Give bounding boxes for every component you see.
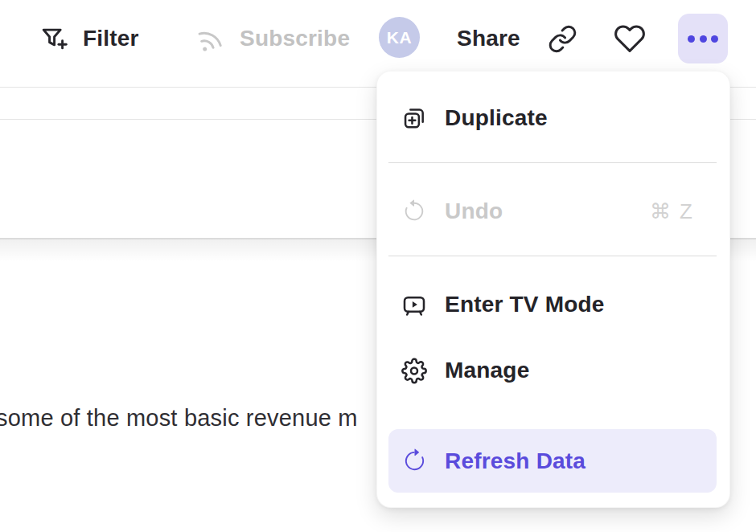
copy-link-button[interactable] xyxy=(548,0,577,77)
refresh-icon xyxy=(401,448,427,474)
tv-play-icon xyxy=(401,292,427,317)
ellipsis-icon xyxy=(688,35,695,43)
filter-label: Filter xyxy=(83,26,139,51)
menu-item-undo[interactable]: Undo ⌘ Z xyxy=(377,189,729,234)
duplicate-plus-icon xyxy=(401,105,427,131)
dashboard-text-fragment: some of the most basic revenue m xyxy=(0,405,358,432)
menu-item-enter-tv-mode[interactable]: Enter TV Mode xyxy=(377,282,729,327)
undo-shortcut: ⌘ Z xyxy=(650,199,694,224)
share-label: Share xyxy=(457,26,520,51)
subscribe-button[interactable]: Subscribe xyxy=(195,0,350,77)
menu-item-label: Manage xyxy=(445,358,529,383)
rss-icon xyxy=(192,21,227,55)
subscribe-label: Subscribe xyxy=(240,26,350,51)
filter-button[interactable]: Filter xyxy=(39,0,139,77)
undo-arrow-icon xyxy=(401,198,427,224)
menu-item-label: Undo xyxy=(445,198,503,224)
more-options-button[interactable] xyxy=(678,14,728,63)
menu-item-duplicate[interactable]: Duplicate xyxy=(377,96,729,141)
share-button[interactable]: Share xyxy=(457,0,520,77)
menu-divider xyxy=(388,256,717,256)
link-icon xyxy=(548,24,577,54)
filter-plus-icon xyxy=(39,24,68,54)
user-avatar[interactable]: KA xyxy=(379,17,420,58)
menu-divider xyxy=(388,162,717,163)
favorite-button[interactable] xyxy=(614,0,646,77)
gear-icon xyxy=(401,358,427,383)
heart-icon xyxy=(614,23,646,55)
more-options-menu: Duplicate Undo ⌘ Z Enter TV Mode xyxy=(376,71,730,508)
menu-item-refresh-data[interactable]: Refresh Data xyxy=(388,429,717,493)
menu-item-label: Duplicate xyxy=(445,105,548,131)
menu-item-label: Enter TV Mode xyxy=(445,292,605,317)
menu-item-label: Refresh Data xyxy=(445,448,585,474)
menu-item-manage[interactable]: Manage xyxy=(377,348,729,393)
